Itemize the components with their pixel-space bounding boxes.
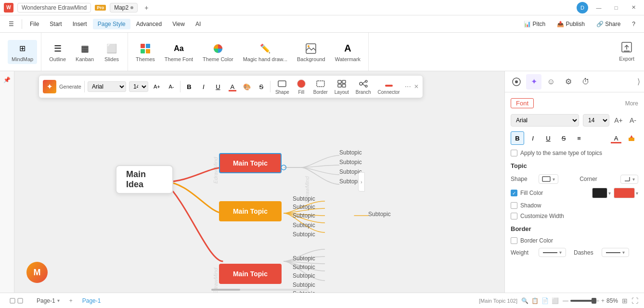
border-tool[interactable]: Border: [311, 77, 330, 96]
subtopic-1-2[interactable]: Subtopic: [339, 159, 362, 166]
subtopic-3-4[interactable]: Subtopic: [293, 282, 315, 288]
subtopic-3-1[interactable]: Subtopic: [293, 255, 315, 262]
menu-file[interactable]: File: [25, 19, 44, 29]
emoji-panel-icon[interactable]: ☺: [543, 74, 559, 90]
subtopic-2-4[interactable]: Subtopic: [293, 222, 315, 229]
kanban-button[interactable]: ▦ Kanban: [72, 40, 98, 64]
highlight-format-button[interactable]: [625, 131, 638, 145]
close-float-toolbar-button[interactable]: ✕: [414, 83, 419, 90]
zoom-slider[interactable]: [570, 300, 599, 302]
shadow-checkbox[interactable]: [511, 202, 517, 209]
zoom-increase-button[interactable]: +: [601, 297, 605, 304]
font-size-increase[interactable]: A+: [613, 115, 624, 126]
panel-expand-button[interactable]: ⟩: [637, 77, 640, 86]
fill-color-checkbox[interactable]: ✓: [511, 190, 517, 196]
font-selector[interactable]: Arial: [88, 81, 126, 92]
export-button[interactable]: Export: [613, 38, 640, 65]
subtopic-3-3[interactable]: Subtopic: [293, 272, 315, 279]
status-icon-2[interactable]: 📋: [531, 297, 539, 304]
font-color-format-button[interactable]: A: [609, 131, 623, 145]
scroll-indicator[interactable]: [211, 289, 308, 291]
add-page-button[interactable]: +: [69, 297, 73, 304]
fullscreen-button[interactable]: ⛶: [631, 297, 638, 305]
help-button[interactable]: ?: [627, 19, 640, 29]
strikethrough-button[interactable]: S: [256, 81, 267, 92]
fill-color-red-dropdown[interactable]: ▾: [636, 191, 638, 196]
clock-panel-icon[interactable]: ⏱: [578, 74, 593, 90]
zoom-decrease-button[interactable]: —: [563, 297, 568, 304]
align-format-button[interactable]: ≡: [572, 131, 586, 145]
fill-color-red-picker[interactable]: ▾: [614, 188, 638, 198]
sidebar-pin-button[interactable]: 📌: [2, 75, 12, 85]
mindmap-panel-icon[interactable]: [509, 74, 524, 90]
menu-view[interactable]: View: [167, 19, 190, 29]
menu-advanced[interactable]: Advanced: [131, 19, 167, 29]
page-1-active-tab[interactable]: Page-1: [78, 296, 105, 305]
ai-panel-icon[interactable]: ✦: [526, 74, 541, 90]
status-icon-3[interactable]: 📄: [541, 297, 549, 304]
underline-button[interactable]: U: [212, 81, 224, 92]
main-idea-node[interactable]: Main Idea: [116, 165, 173, 194]
corner-select[interactable]: ▾: [620, 175, 638, 184]
shape-select[interactable]: ▾: [539, 174, 558, 184]
connector-tool[interactable]: Connector: [376, 77, 402, 96]
menu-hamburger[interactable]: ☰: [4, 19, 19, 29]
underline-format-button[interactable]: U: [541, 131, 555, 145]
watermark-button[interactable]: A Watermark: [331, 40, 364, 64]
theme-font-button[interactable]: Aa Theme Font: [161, 40, 197, 64]
theme-color-button[interactable]: Theme Color: [199, 40, 237, 64]
minimize-button[interactable]: —: [592, 3, 605, 13]
fill-color-black-dropdown[interactable]: ▾: [608, 191, 611, 196]
menu-ai[interactable]: AI: [191, 19, 206, 29]
fill-color-red-swatch[interactable]: [614, 188, 635, 198]
shape-tool[interactable]: Shape: [273, 77, 291, 96]
topic-node-2[interactable]: Main Topic: [219, 201, 282, 221]
themes-button[interactable]: Themes: [132, 40, 159, 64]
font-decrease-button[interactable]: A-: [166, 81, 177, 92]
subtopic-2-1[interactable]: Subtopic: [293, 195, 315, 202]
fill-tool[interactable]: Fill: [294, 77, 309, 96]
italic-button[interactable]: I: [198, 81, 209, 92]
share-button[interactable]: 🔗 Share: [592, 19, 625, 29]
strikethrough-format-button[interactable]: S: [557, 131, 570, 145]
status-icon-1[interactable]: 🔍: [521, 297, 528, 304]
border-color-checkbox[interactable]: [511, 237, 517, 244]
font-size-decrease[interactable]: A-: [628, 115, 638, 126]
generate-label[interactable]: Generate: [59, 84, 81, 90]
font-size-selector[interactable]: 14: [129, 81, 148, 92]
collapse-panel-button[interactable]: ›: [358, 172, 365, 192]
fill-color-picker[interactable]: ▾: [592, 188, 611, 198]
menu-insert[interactable]: Insert: [68, 19, 92, 29]
font-increase-button[interactable]: A+: [151, 81, 163, 92]
status-icon-4[interactable]: ⬜: [552, 297, 559, 304]
layout-tool[interactable]: Layout: [333, 77, 351, 96]
dashes-select[interactable]: ▾: [602, 248, 629, 257]
apply-same-checkbox[interactable]: [511, 150, 517, 156]
topic-node-3[interactable]: Main Topic: [219, 264, 282, 284]
canvas-area[interactable]: ✦ Generate Arial 14 A+ A- B I U A 🎨 S: [14, 71, 504, 293]
topic-node-1[interactable]: Main Topic: [219, 153, 282, 173]
outline-button[interactable]: ☰ Outline: [45, 40, 70, 64]
map-tab[interactable]: Map2: [110, 3, 138, 13]
more-tool-button[interactable]: ···: [405, 82, 411, 91]
page-1-tab[interactable]: Page-1 ▾: [33, 296, 64, 305]
italic-format-button[interactable]: I: [526, 131, 540, 145]
publish-button[interactable]: 📤 Publish: [552, 19, 590, 29]
more-link[interactable]: More: [625, 100, 638, 107]
mindmap-button[interactable]: ⊞ MindMap: [8, 40, 37, 64]
font-family-select[interactable]: Arial: [511, 114, 579, 127]
subtopic-2-3[interactable]: Subtopic: [293, 212, 315, 219]
pitch-button[interactable]: 📊 Pitch: [519, 19, 550, 29]
slides-button[interactable]: ⬜ Slides: [100, 40, 124, 64]
edrawmind-circle-logo[interactable]: M: [26, 262, 48, 283]
highlight-button[interactable]: 🎨: [241, 81, 253, 92]
customize-width-checkbox[interactable]: [511, 213, 517, 219]
font-tag[interactable]: Font: [511, 98, 534, 108]
magic-hand-button[interactable]: ✏️ Magic hand draw...: [239, 40, 291, 64]
subtopic-1-1[interactable]: Subtopic: [339, 149, 362, 156]
weight-select[interactable]: ▾: [539, 248, 566, 257]
fit-button[interactable]: ⊞: [622, 297, 628, 305]
subtopic-3-2[interactable]: Subtopic: [293, 264, 315, 270]
settings-panel-icon[interactable]: ⚙: [561, 74, 576, 90]
font-size-select[interactable]: 14: [583, 114, 609, 127]
